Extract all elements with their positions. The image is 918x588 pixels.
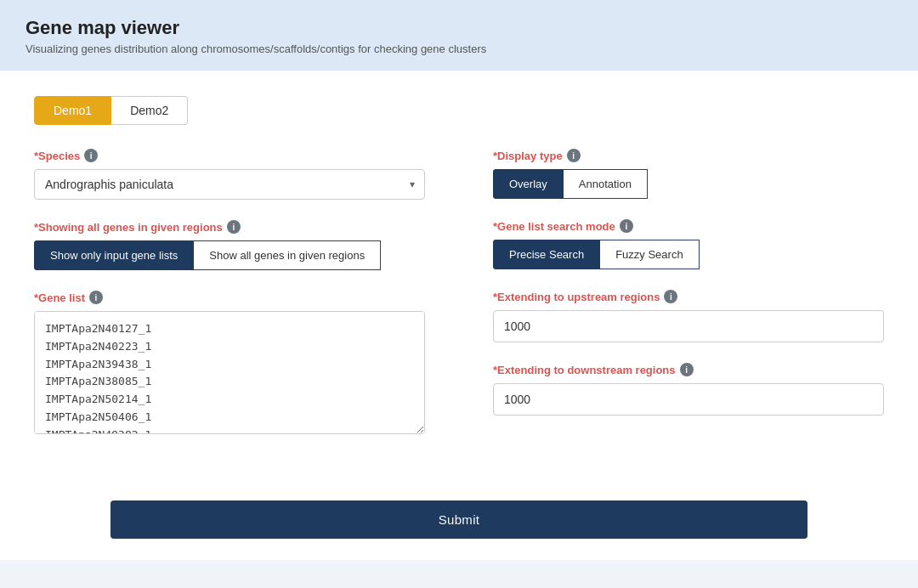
gene-list-info-icon[interactable]: i [89,291,103,304]
gene-list-search-mode-info-icon[interactable]: i [620,219,633,233]
extending-upstream-input[interactable] [493,310,884,342]
extending-downstream-info-icon[interactable]: i [680,363,694,376]
showing-genes-label: *Showing all genes in given regions i [34,220,425,234]
showing-genes-button-group: Show only input gene lists Show all gene… [34,240,425,270]
extending-downstream-input[interactable] [493,383,884,416]
extending-downstream-section: *Extending to downstream regions i [493,363,884,416]
gene-list-section: *Gene list i IMPTApa2N40127_1 IMPTApa2N4… [34,291,425,438]
fuzzy-search-button[interactable]: Fuzzy Search [600,240,699,269]
species-section: *Species i Andrographis paniculata ▾ [34,149,425,200]
gene-list-label: *Gene list i [34,291,425,304]
overlay-button[interactable]: Overlay [493,169,564,199]
tab-demo1[interactable]: Demo1 [34,96,111,125]
left-column: *Species i Andrographis paniculata ▾ *Sh… [34,149,425,458]
species-info-icon[interactable]: i [84,149,98,162]
page-header: Gene map viewer Visualizing genes distri… [0,0,918,71]
species-select[interactable]: Andrographis paniculata [34,169,425,200]
tab-demo2[interactable]: Demo2 [111,96,188,125]
display-type-section: *Display type i Overlay Annotation [493,149,884,199]
gene-list-textarea[interactable]: IMPTApa2N40127_1 IMPTApa2N40223_1 IMPTAp… [34,311,425,434]
showing-genes-info-icon[interactable]: i [227,220,241,234]
species-label: *Species i [34,149,425,162]
page-subtitle: Visualizing genes distribution along chr… [26,42,892,55]
show-only-input-gene-lists-button[interactable]: Show only input gene lists [34,240,194,270]
page-title: Gene map viewer [26,17,892,39]
display-type-info-icon[interactable]: i [567,149,581,162]
main-content: Demo1 Demo2 *Species i Andrographis pani… [0,71,918,483]
tab-bar: Demo1 Demo2 [34,96,884,125]
species-select-wrapper: Andrographis paniculata ▾ [34,169,425,200]
showing-genes-section: *Showing all genes in given regions i Sh… [34,220,425,270]
extending-upstream-label: *Extending to upstream regions i [493,290,884,303]
right-column: *Display type i Overlay Annotation *Gene… [493,149,884,458]
submit-section: Submit [0,483,918,560]
precise-search-button[interactable]: Precise Search [493,240,600,269]
annotation-button[interactable]: Annotation [564,169,648,199]
gene-list-search-mode-label: *Gene list search mode i [493,219,884,233]
submit-button[interactable]: Submit [110,500,808,539]
show-all-genes-button[interactable]: Show all genes in given regions [194,240,381,270]
extending-upstream-section: *Extending to upstream regions i [493,290,884,342]
extending-downstream-label: *Extending to downstream regions i [493,363,884,376]
gene-list-search-mode-button-group: Precise Search Fuzzy Search [493,240,884,269]
form-grid: *Species i Andrographis paniculata ▾ *Sh… [34,149,884,458]
display-type-button-group: Overlay Annotation [493,169,884,199]
gene-list-search-mode-section: *Gene list search mode i Precise Search … [493,219,884,269]
extending-upstream-info-icon[interactable]: i [664,290,677,303]
display-type-label: *Display type i [493,149,884,162]
